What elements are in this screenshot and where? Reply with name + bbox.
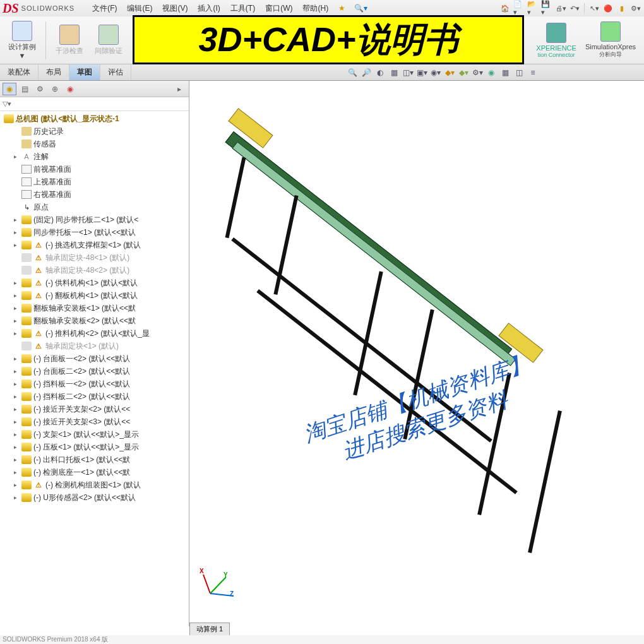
zoom-area-icon[interactable]: 🔎 bbox=[360, 66, 373, 79]
menu-tools[interactable]: 工具(T) bbox=[225, 3, 260, 14]
tree-item[interactable]: 右视基准面 bbox=[0, 188, 189, 201]
tree-item[interactable]: ▸(-) 压板<1> (默认<<默认>_显示 bbox=[0, 441, 189, 453]
tab-layout[interactable]: 布局 bbox=[39, 64, 69, 80]
tree-item[interactable]: 前视基准面 bbox=[0, 163, 189, 176]
expand-icon[interactable]: ▸ bbox=[14, 280, 20, 286]
display-style-icon[interactable]: ▣▾ bbox=[415, 66, 428, 79]
expand-icon[interactable]: ▸ bbox=[14, 330, 20, 337]
expand-icon[interactable]: ▸ bbox=[14, 368, 20, 374]
tree-item[interactable]: ▸翻板轴承安装板<2> (默认<<默 bbox=[0, 314, 189, 327]
expand-icon[interactable]: ▸ bbox=[14, 355, 20, 362]
tree-item[interactable]: ▸⚠(-) 供料机构<1> (默认<默认 bbox=[0, 277, 189, 289]
hide-show-icon[interactable]: ◉▾ bbox=[429, 66, 442, 79]
tree-item[interactable]: ▸(固定) 同步带托板二<1> (默认< bbox=[0, 213, 189, 226]
tree-item[interactable]: ▸(-) 支架<1> (默认<<默认>_显示 bbox=[0, 428, 189, 441]
perspective-icon[interactable]: ◫ bbox=[513, 66, 525, 79]
expand-icon[interactable]: ▸ bbox=[14, 494, 20, 501]
interference-button[interactable]: 干涉检查 bbox=[51, 19, 88, 62]
tree-item[interactable]: ▸(-) 挡料板二<2> (默认<<默认 bbox=[0, 390, 189, 403]
clearance-button[interactable]: 间隙验证 bbox=[90, 19, 127, 62]
home-icon[interactable]: 🏠 bbox=[499, 3, 511, 14]
design-study-button[interactable]: 设计算例▼ bbox=[4, 19, 40, 62]
graphics-viewport[interactable]: 淘宝店铺【机械资料库】 进店搜索更多资料 X Y Z bbox=[189, 81, 644, 626]
open-icon[interactable]: 📂▾ bbox=[527, 3, 539, 14]
appearance-tab-icon[interactable]: ◉ bbox=[63, 83, 77, 95]
tree-item[interactable]: ⚠轴承固定块-48<2> (默认) bbox=[0, 264, 189, 277]
menu-star-icon[interactable]: ★ bbox=[333, 4, 350, 13]
tree-item[interactable]: ▸(-) 接近开关支架<3> (默认<< bbox=[0, 415, 189, 428]
property-tab-icon[interactable]: ▤ bbox=[18, 83, 32, 95]
apply-scene-icon[interactable]: ◆▾ bbox=[457, 66, 470, 79]
sidebar-expand-icon[interactable]: ▸ bbox=[172, 83, 186, 95]
new-icon[interactable]: 📄▾ bbox=[513, 3, 525, 14]
tree-item[interactable]: 上视基准面 bbox=[0, 176, 189, 188]
view-triad[interactable]: X Y Z bbox=[201, 563, 239, 601]
tree-item[interactable]: ▸(-) 台面板二<2> (默认<<默认 bbox=[0, 365, 189, 378]
tree-item[interactable]: ▸A注解 bbox=[0, 150, 189, 163]
expand-icon[interactable]: ▸ bbox=[14, 242, 20, 248]
tree-item[interactable]: ▸同步带托板一<1> (默认<<默认 bbox=[0, 226, 189, 239]
tree-item[interactable]: ▸(-) 接近开关支架<2> (默认<< bbox=[0, 403, 189, 415]
tree-item[interactable]: ↳原点 bbox=[0, 201, 189, 213]
select-icon[interactable]: ↖▾ bbox=[588, 3, 600, 14]
print-icon[interactable]: 🖨▾ bbox=[555, 3, 566, 14]
options-icon[interactable]: ▮ bbox=[616, 3, 628, 14]
menu-view[interactable]: 视图(V) bbox=[157, 3, 193, 14]
tree-item[interactable]: ▸(-) 挡料板一<2> (默认<<默认 bbox=[0, 378, 189, 390]
settings-icon[interactable]: ⚙▾ bbox=[630, 3, 641, 14]
motion-study-tab[interactable]: 动算例 1 bbox=[189, 623, 230, 635]
tree-item[interactable]: ▸(-) U形传感器<2> (默认<<默认 bbox=[0, 491, 189, 504]
section-icon[interactable]: ▦ bbox=[388, 66, 400, 79]
search-icon[interactable]: 🔍▾ bbox=[354, 4, 367, 13]
expand-icon[interactable]: ▸ bbox=[14, 292, 20, 299]
view-settings-icon[interactable]: ⚙▾ bbox=[471, 66, 484, 79]
expand-icon[interactable]: ▸ bbox=[14, 456, 20, 463]
expand-icon[interactable]: ▸ bbox=[14, 318, 20, 324]
config-tab-icon[interactable]: ⚙ bbox=[33, 83, 47, 95]
tree-item[interactable]: ▸(-) 检测底座一<1> (默认<<默 bbox=[0, 466, 189, 479]
tree-item[interactable]: ▸⚠(-) 检测机构组装图<1> (默认 bbox=[0, 479, 189, 491]
simulation-button[interactable]: SimulationXpres 分析向导 bbox=[581, 19, 640, 62]
tree-item[interactable]: ⚠轴承固定块<1> (默认) bbox=[0, 340, 189, 352]
render-icon[interactable]: ◉ bbox=[485, 66, 498, 79]
cartoon-icon[interactable]: ▦ bbox=[499, 66, 511, 79]
tree-item[interactable]: ▸翻板轴承安装板<1> (默认<<默 bbox=[0, 302, 189, 314]
xperience-button[interactable]: XPERIENCE tion Connector bbox=[532, 19, 581, 62]
expand-icon[interactable]: ▸ bbox=[14, 305, 20, 311]
expand-icon[interactable]: ▸ bbox=[14, 153, 20, 160]
tree-item[interactable]: ▸(-) 出料口托板<1> (默认<<默 bbox=[0, 453, 189, 466]
menu-file[interactable]: 文件(F) bbox=[87, 3, 122, 14]
expand-icon[interactable]: ▸ bbox=[14, 393, 20, 400]
tab-assembly[interactable]: 装配体 bbox=[0, 64, 39, 80]
tree-item[interactable]: ▸(-) 台面板一<2> (默认<<默认 bbox=[0, 352, 189, 365]
expand-icon[interactable]: ▸ bbox=[14, 381, 20, 387]
prev-view-icon[interactable]: ◐ bbox=[374, 66, 386, 79]
tab-sketch[interactable]: 草图 bbox=[69, 64, 100, 80]
expand-icon[interactable]: ▸ bbox=[14, 444, 20, 450]
collapse-icon[interactable]: ≡ bbox=[527, 66, 539, 79]
expand-icon[interactable]: ▸ bbox=[14, 469, 20, 475]
menu-help[interactable]: 帮助(H) bbox=[297, 3, 333, 14]
menu-window[interactable]: 窗口(W) bbox=[260, 3, 297, 14]
save-icon[interactable]: 💾▾ bbox=[541, 3, 552, 14]
filter-bar[interactable]: ▽▾ bbox=[0, 97, 189, 111]
menu-edit[interactable]: 编辑(E) bbox=[122, 3, 157, 14]
menu-insert[interactable]: 插入(I) bbox=[193, 3, 225, 14]
tree-item[interactable]: 传感器 bbox=[0, 138, 189, 150]
view-orient-icon[interactable]: ◫▾ bbox=[402, 66, 414, 79]
expand-icon[interactable]: ▸ bbox=[14, 229, 20, 236]
tree-item[interactable]: ▸⚠(-) 挑选机支撑框架<1> (默认 bbox=[0, 239, 189, 251]
tree-root[interactable]: 总机图 (默认<默认_显示状态-1 bbox=[0, 112, 189, 125]
expand-icon[interactable]: ▸ bbox=[14, 431, 20, 438]
tab-evaluate[interactable]: 评估 bbox=[100, 64, 131, 80]
feature-tree-tab-icon[interactable]: ◉ bbox=[3, 83, 16, 95]
expand-icon[interactable]: ▸ bbox=[14, 419, 20, 425]
tree-item[interactable]: 历史记录 bbox=[0, 125, 189, 138]
expand-icon[interactable]: ▸ bbox=[14, 406, 20, 412]
expand-icon[interactable]: ▸ bbox=[14, 482, 20, 488]
expand-icon[interactable]: ▸ bbox=[14, 217, 20, 223]
undo-icon[interactable]: ↶▾ bbox=[569, 3, 580, 14]
dimxpert-tab-icon[interactable]: ⊕ bbox=[48, 83, 62, 95]
tree-item[interactable]: ▸⚠(-) 翻板机构<1> (默认<默认 bbox=[0, 289, 189, 302]
edit-appearance-icon[interactable]: ◆▾ bbox=[443, 66, 456, 79]
